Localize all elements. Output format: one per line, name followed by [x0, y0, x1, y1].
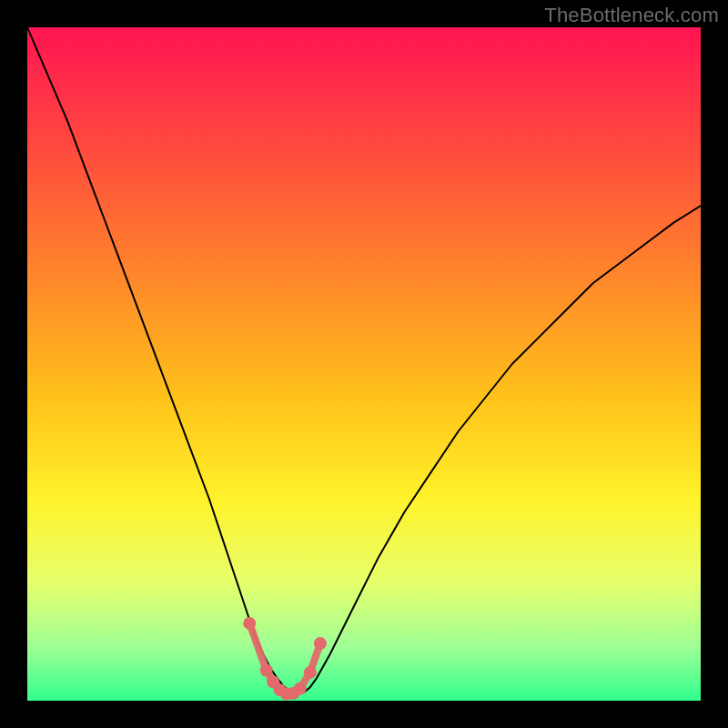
chart-background — [27, 27, 701, 701]
plot-area — [27, 27, 701, 701]
chart-svg — [27, 27, 701, 701]
trough-marker — [243, 617, 256, 630]
watermark-text: TheBottleneck.com — [544, 4, 719, 27]
trough-marker — [304, 666, 317, 679]
chart-frame: TheBottleneck.com — [0, 0, 728, 728]
trough-marker — [260, 664, 273, 677]
trough-marker — [314, 637, 327, 650]
trough-marker — [294, 682, 307, 695]
